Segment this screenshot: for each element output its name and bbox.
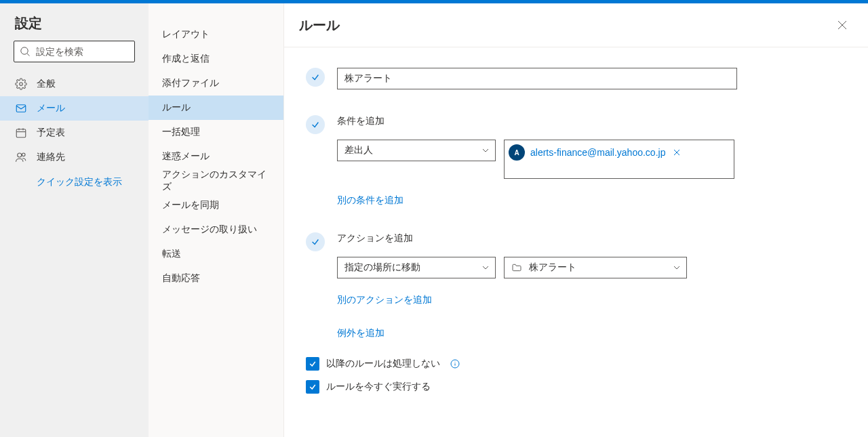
settings-title: 設定 (0, 3, 149, 41)
nav-label: メール (37, 102, 65, 115)
chevron-down-icon (673, 264, 681, 272)
check-icon (311, 72, 320, 82)
folder-select-value: 株アラート (529, 262, 576, 274)
sender-email: alerts-finance@mail.yahoo.co.jp (530, 147, 665, 158)
sender-people-picker[interactable]: A alerts-finance@mail.yahoo.co.jp (504, 140, 734, 179)
run-now-checkbox[interactable] (306, 380, 319, 394)
nav-label: 予定表 (37, 127, 65, 139)
nav-label: 連絡先 (37, 151, 65, 163)
pane-title: ルール (299, 16, 340, 35)
svg-point-8 (18, 153, 22, 157)
folder-icon (511, 262, 522, 273)
run-now-label: ルールを今すぐ実行する (326, 381, 431, 393)
avatar: A (509, 144, 525, 161)
subnav-custom-actions[interactable]: アクションのカスタマイズ (149, 169, 283, 193)
nav-people[interactable]: 連絡先 (0, 145, 149, 169)
svg-point-0 (21, 47, 28, 54)
nav-general[interactable]: 全般 (0, 72, 149, 96)
svg-rect-4 (16, 129, 26, 138)
rule-name-input[interactable] (337, 68, 737, 89)
check-icon (309, 360, 317, 368)
svg-rect-3 (16, 105, 26, 112)
chevron-down-icon (481, 264, 490, 272)
nav-label: 全般 (37, 78, 56, 90)
quick-settings-link[interactable]: クイック設定を表示 (0, 169, 149, 188)
nav-mail[interactable]: メール (0, 96, 149, 121)
subnav-layout[interactable]: レイアウト (149, 22, 283, 47)
action-section-label: アクションを追加 (337, 232, 846, 245)
rule-name-status[interactable] (306, 68, 325, 87)
info-icon[interactable] (450, 358, 460, 369)
svg-point-2 (20, 83, 23, 86)
subnav-handling[interactable]: メッセージの取り扱い (149, 217, 283, 242)
folder-select[interactable]: 株アラート (504, 257, 687, 278)
condition-select[interactable]: 差出人 (337, 140, 496, 161)
close-button[interactable] (831, 14, 853, 36)
svg-point-9 (22, 153, 26, 157)
chevron-down-icon (481, 146, 490, 154)
search-icon (14, 46, 36, 57)
settings-search-input[interactable] (36, 46, 155, 57)
subnav-compose[interactable]: 作成と返信 (149, 47, 283, 71)
stop-processing-label: 以降のルールは処理しない (326, 358, 440, 370)
stop-processing-checkbox[interactable] (306, 357, 319, 371)
close-icon (673, 149, 680, 156)
svg-point-16 (454, 362, 455, 362)
remove-sender-button[interactable] (671, 148, 683, 157)
subnav-autoreply[interactable]: 自動応答 (149, 266, 283, 291)
condition-section-label: 条件を追加 (337, 115, 846, 127)
add-action-link[interactable]: 別のアクションを追加 (337, 294, 432, 306)
nav-calendar[interactable]: 予定表 (0, 121, 149, 145)
check-icon (309, 383, 317, 391)
subnav-junk[interactable]: 迷惑メール (149, 144, 283, 169)
subnav-sweep[interactable]: 一括処理 (149, 120, 283, 144)
gear-icon (15, 78, 27, 90)
condition-status[interactable] (306, 115, 325, 134)
action-status[interactable] (306, 232, 325, 251)
add-exception-link[interactable]: 例外を追加 (337, 327, 384, 339)
subnav-forwarding[interactable]: 転送 (149, 242, 283, 266)
calendar-icon (15, 127, 27, 139)
svg-line-1 (27, 54, 30, 56)
sender-chip: A alerts-finance@mail.yahoo.co.jp (509, 144, 687, 161)
action-select-value: 指定の場所に移動 (344, 262, 420, 274)
subnav-attachments[interactable]: 添付ファイル (149, 71, 283, 96)
settings-search[interactable] (14, 41, 135, 62)
condition-select-value: 差出人 (344, 144, 373, 157)
mail-icon (15, 102, 27, 115)
close-icon (837, 20, 847, 30)
action-select[interactable]: 指定の場所に移動 (337, 257, 496, 278)
check-icon (311, 120, 320, 129)
subnav-sync[interactable]: メールを同期 (149, 193, 283, 217)
check-icon (311, 237, 320, 247)
subnav-rules[interactable]: ルール (149, 96, 283, 120)
add-condition-link[interactable]: 別の条件を追加 (337, 194, 403, 207)
people-icon (15, 151, 27, 163)
